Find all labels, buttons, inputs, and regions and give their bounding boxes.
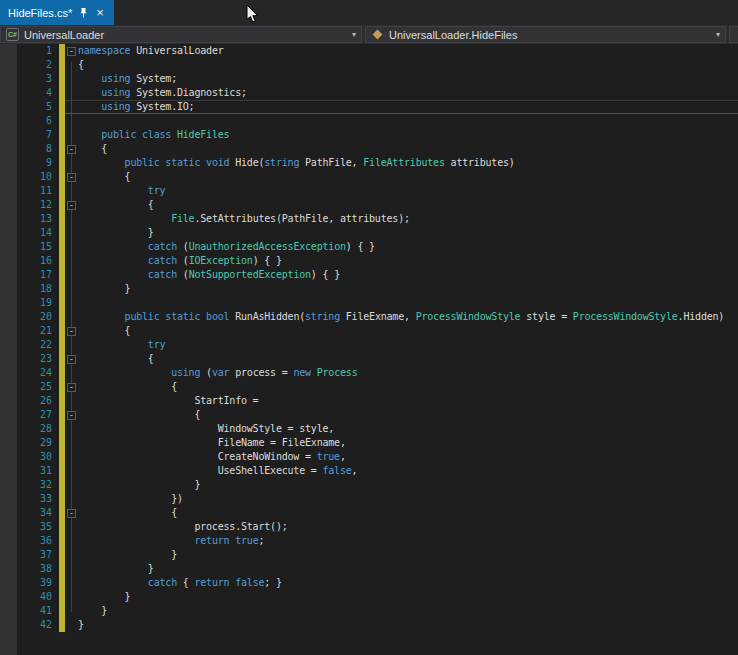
code-line[interactable] bbox=[78, 114, 738, 128]
code-lines[interactable]: namespace UniversalLoader{ using System;… bbox=[78, 44, 738, 655]
code-line[interactable]: } bbox=[78, 478, 738, 492]
fold-cell bbox=[65, 548, 78, 562]
fold-cell bbox=[65, 604, 78, 618]
fold-cell bbox=[65, 478, 78, 492]
line-number: 1 bbox=[17, 44, 52, 58]
fold-toggle-icon[interactable]: - bbox=[67, 327, 76, 336]
line-number: 4 bbox=[17, 86, 52, 100]
navigation-bar: C# UniversalLoader ▾ UniversalLoader.Hid… bbox=[0, 25, 738, 44]
code-line[interactable]: } bbox=[78, 590, 738, 604]
code-line[interactable]: } bbox=[78, 604, 738, 618]
code-line[interactable]: } bbox=[78, 562, 738, 576]
line-number: 31 bbox=[17, 464, 52, 478]
fold-toggle-icon[interactable]: - bbox=[67, 355, 76, 364]
line-number: 29 bbox=[17, 436, 52, 450]
line-number: 9 bbox=[17, 156, 52, 170]
line-number: 8 bbox=[17, 142, 52, 156]
code-line[interactable]: return true; bbox=[78, 534, 738, 548]
code-line[interactable]: try bbox=[78, 184, 738, 198]
fold-toggle-icon[interactable]: - bbox=[67, 47, 76, 56]
code-line[interactable]: { bbox=[78, 170, 738, 184]
fold-cell bbox=[65, 464, 78, 478]
code-line[interactable] bbox=[78, 296, 738, 310]
code-line[interactable]: }) bbox=[78, 492, 738, 506]
code-line[interactable]: } bbox=[78, 282, 738, 296]
code-line[interactable]: FileName = FileExname, bbox=[78, 436, 738, 450]
code-line[interactable]: public static bool RunAsHidden(string Fi… bbox=[78, 310, 738, 324]
code-line[interactable]: catch (NotSupportedException) { } bbox=[78, 268, 738, 282]
code-line[interactable]: using System; bbox=[78, 72, 738, 86]
code-line[interactable]: using (var process = new Process bbox=[78, 366, 738, 380]
code-line[interactable]: { bbox=[78, 408, 738, 422]
fold-cell bbox=[65, 576, 78, 590]
fold-cell: - bbox=[65, 142, 78, 156]
line-number: 30 bbox=[17, 450, 52, 464]
fold-cell bbox=[65, 562, 78, 576]
type-dropdown-value: UniversalLoader.HideFiles bbox=[389, 29, 517, 41]
fold-cell bbox=[65, 436, 78, 450]
code-line[interactable]: { bbox=[78, 380, 738, 394]
fold-cell bbox=[65, 338, 78, 352]
code-editor[interactable]: 1234567891011121314151617181920212223242… bbox=[0, 44, 738, 655]
code-line[interactable]: { bbox=[78, 506, 738, 520]
line-number: 11 bbox=[17, 184, 52, 198]
code-line[interactable]: catch (UnauthorizedAccessException) { } bbox=[78, 240, 738, 254]
code-line[interactable]: catch (IOException) { } bbox=[78, 254, 738, 268]
code-line[interactable]: { bbox=[78, 352, 738, 366]
member-dropdown-partial[interactable] bbox=[729, 26, 738, 43]
code-line[interactable]: try bbox=[78, 338, 738, 352]
line-number: 14 bbox=[17, 226, 52, 240]
code-line[interactable]: CreateNoWindow = true, bbox=[78, 450, 738, 464]
line-number: 17 bbox=[17, 268, 52, 282]
type-dropdown[interactable]: UniversalLoader.HideFiles ▾ bbox=[365, 26, 726, 43]
fold-toggle-icon[interactable]: - bbox=[67, 173, 76, 182]
fold-toggle-icon[interactable]: - bbox=[67, 201, 76, 210]
fold-cell bbox=[65, 254, 78, 268]
line-number: 36 bbox=[17, 534, 52, 548]
line-number: 2 bbox=[17, 58, 52, 72]
fold-cell bbox=[65, 394, 78, 408]
fold-cell bbox=[65, 226, 78, 240]
fold-cell bbox=[65, 618, 78, 632]
code-line[interactable]: process.Start(); bbox=[78, 520, 738, 534]
fold-toggle-icon[interactable]: - bbox=[67, 411, 76, 420]
fold-toggle-icon[interactable]: - bbox=[67, 145, 76, 154]
fold-cell bbox=[65, 268, 78, 282]
fold-toggle-icon[interactable]: - bbox=[67, 383, 76, 392]
code-line[interactable]: UseShellExecute = false, bbox=[78, 464, 738, 478]
code-line[interactable]: public class HideFiles bbox=[78, 128, 738, 142]
fold-cell: - bbox=[65, 44, 78, 58]
code-line[interactable]: File.SetAttributes(PathFile, attributes)… bbox=[78, 212, 738, 226]
fold-cell bbox=[65, 590, 78, 604]
code-line[interactable]: public static void Hide(string PathFile,… bbox=[78, 156, 738, 170]
code-line[interactable]: namespace UniversalLoader bbox=[78, 44, 738, 58]
code-line[interactable]: { bbox=[78, 58, 738, 72]
code-line[interactable]: { bbox=[78, 324, 738, 338]
code-line[interactable]: { bbox=[78, 198, 738, 212]
line-number: 42 bbox=[17, 618, 52, 632]
line-number: 35 bbox=[17, 520, 52, 534]
code-line[interactable]: using System.Diagnostics; bbox=[78, 86, 738, 100]
code-line[interactable]: } bbox=[78, 618, 738, 632]
line-number: 16 bbox=[17, 254, 52, 268]
fold-cell bbox=[65, 72, 78, 86]
line-number: 7 bbox=[17, 128, 52, 142]
code-line[interactable]: catch { return false; } bbox=[78, 576, 738, 590]
fold-toggle-icon[interactable]: - bbox=[67, 509, 76, 518]
breakpoint-margin[interactable] bbox=[0, 44, 17, 655]
line-number: 40 bbox=[17, 590, 52, 604]
code-line[interactable]: using System.IO; bbox=[78, 100, 738, 114]
fold-cell bbox=[65, 156, 78, 170]
close-icon[interactable]: × bbox=[95, 6, 105, 19]
code-line[interactable]: } bbox=[78, 226, 738, 240]
tab-hidefiles[interactable]: HideFiles.cs* × bbox=[0, 0, 114, 25]
chevron-down-icon: ▾ bbox=[352, 30, 356, 39]
code-line[interactable]: StartInfo = bbox=[78, 394, 738, 408]
project-dropdown[interactable]: C# UniversalLoader ▾ bbox=[0, 26, 362, 43]
code-line[interactable]: } bbox=[78, 548, 738, 562]
fold-cell bbox=[65, 492, 78, 506]
code-line[interactable]: WindowStyle = style, bbox=[78, 422, 738, 436]
fold-cell bbox=[65, 58, 78, 72]
pin-icon[interactable] bbox=[79, 7, 88, 18]
code-line[interactable]: { bbox=[78, 142, 738, 156]
